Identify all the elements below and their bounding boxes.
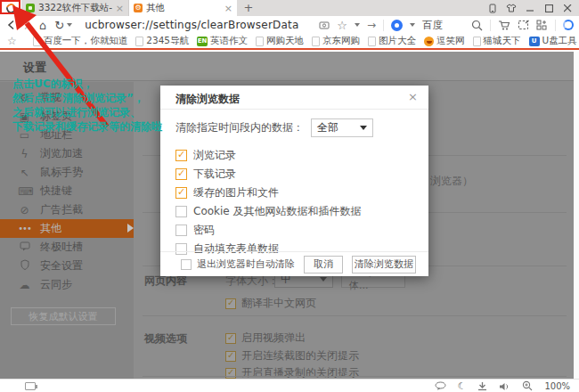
bookmark-baidu[interactable]: 百度一下，你就知道: [33, 35, 128, 47]
checkbox-checked-icon[interactable]: [225, 333, 236, 344]
favorites-star-icon[interactable]: ☆: [7, 36, 17, 46]
page-title: 设置: [23, 60, 46, 76]
page-icon: [473, 37, 481, 46]
back-button[interactable]: [7, 20, 15, 30]
sound-icon[interactable]: [499, 378, 510, 392]
close-window-button[interactable]: [562, 3, 573, 13]
uc-logo-icon: [4, 1, 17, 14]
checkbox-unchecked-icon[interactable]: [175, 225, 187, 236]
translate-checkbox-row[interactable]: 翻译非中文网页: [225, 296, 316, 311]
close-tab-icon[interactable]: ×: [224, 3, 232, 14]
apps-grid-icon[interactable]: [536, 20, 548, 30]
cancel-button[interactable]: 取消: [304, 256, 343, 274]
option-download-history[interactable]: 下载记录: [175, 165, 428, 184]
feedback-bubble-icon[interactable]: [435, 378, 446, 392]
option-cached-files[interactable]: 缓存的图片和文件: [175, 184, 428, 202]
clipped-setting-text: 浏览器）: [430, 174, 473, 189]
bookmark-usb-tool[interactable]: UU盘工具: [529, 35, 577, 47]
clear-browsing-data-dialog: 清除浏览数据 × 清除指定时间段内的数据： 全部 浏览记录 下载记录 缓存的图片…: [160, 86, 428, 276]
tab-settings-other[interactable]: ⚙ 其他 ×: [129, 0, 237, 16]
reload-dropdown-icon[interactable]: [67, 23, 72, 27]
clear-data-confirm-button[interactable]: 清除浏览数据: [352, 256, 416, 274]
checkbox-checked-icon[interactable]: [225, 298, 236, 309]
checkbox-checked-icon[interactable]: [175, 187, 187, 199]
url-field[interactable]: ucbrowser://settings/clearBrowserData: [79, 19, 298, 31]
mini-video-icon[interactable]: [25, 382, 36, 390]
star-dropdown-icon[interactable]: [355, 23, 360, 27]
tab-icon: ▣: [18, 110, 31, 123]
shopping-cart-icon[interactable]: [498, 20, 510, 31]
page-icon: [135, 37, 143, 46]
search-engine-label[interactable]: 百度: [422, 19, 443, 32]
bookmark-star-icon[interactable]: ☆: [337, 20, 347, 31]
option-cookies[interactable]: Cookie 及其他网站数据和插件数据: [175, 202, 428, 221]
tab-bar: 3322软件下载站-提供免.. × ⚙ 其他 × +: [0, 0, 579, 16]
sidebar-item-other[interactable]: •••其他: [0, 219, 134, 238]
go-arrow-icon[interactable]: →: [367, 20, 376, 30]
reload-button[interactable]: ↻: [54, 20, 72, 31]
restore-defaults-button[interactable]: 恢复成默认设置: [11, 307, 116, 325]
screenshot-page-icon[interactable]: [319, 20, 330, 29]
chevron-down-icon: [360, 126, 367, 130]
sidebar-item-shortcuts[interactable]: ⌨快捷键: [0, 182, 134, 200]
mouse-icon: ↖: [18, 167, 31, 179]
bookmark-shopping[interactable]: 网购天地: [256, 35, 304, 47]
tab-favicon-3322: [26, 4, 35, 12]
shield-icon: [18, 259, 31, 273]
baidu-logo-icon[interactable]: [391, 20, 403, 31]
tab-favicon-settings-gear-icon: ⚙: [134, 4, 143, 12]
checkbox-unchecked-icon[interactable]: [181, 259, 192, 270]
search-engine-dropdown-icon[interactable]: [410, 23, 415, 27]
zoom-level[interactable]: 100%: [544, 381, 570, 391]
checkbox-checked-icon[interactable]: [175, 168, 187, 180]
sidebar-item-general[interactable]: ⚙常规: [0, 88, 134, 107]
uc-accelerator-icon[interactable]: [563, 20, 574, 30]
checkbox-checked-icon[interactable]: [175, 150, 187, 161]
theme-skin-icon[interactable]: [506, 3, 517, 13]
maximize-button[interactable]: [543, 3, 554, 13]
more-dots-icon: •••: [18, 224, 31, 233]
screenshot-tip-checkbox-row[interactable]: 开启连续截图的关闭提示: [225, 348, 359, 363]
video-popup-checkbox-row[interactable]: 启用视频弹出: [225, 331, 306, 346]
search-icon[interactable]: [471, 20, 483, 31]
send-to-phone-icon[interactable]: [487, 3, 498, 13]
sidebar-item-tabs[interactable]: ▣标签页: [0, 107, 134, 126]
bookmark-2345[interactable]: 2345导航: [135, 35, 189, 47]
divider: [555, 20, 556, 31]
bookmark-pictures[interactable]: 图片大全: [368, 35, 416, 47]
new-tab-button[interactable]: +: [237, 0, 260, 16]
auto-clear-on-exit-row[interactable]: 退出浏览器时自动清除: [181, 257, 295, 271]
sidebar-item-cloud-sync[interactable]: ☁云同步: [0, 275, 134, 294]
forward-button[interactable]: [23, 20, 31, 30]
uc-browser-logo[interactable]: [0, 0, 21, 16]
page-icon: [33, 37, 41, 46]
bookmark-funny[interactable]: 逗笑网: [424, 35, 465, 47]
checkbox-checked-icon[interactable]: [225, 351, 236, 362]
capture-region-icon[interactable]: [518, 20, 529, 30]
time-range-select[interactable]: 全部: [311, 118, 373, 137]
bookmark-english[interactable]: EN英语作文: [197, 35, 248, 47]
sidebar-item-speed[interactable]: ϟ浏览加速: [0, 144, 134, 163]
night-mode-icon[interactable]: ☾: [458, 380, 467, 392]
tab-3322-site[interactable]: 3322软件下载站-提供免.. ×: [21, 0, 129, 16]
close-tab-icon[interactable]: ×: [116, 3, 124, 14]
download-icon[interactable]: [477, 378, 487, 392]
bookmark-jd[interactable]: 京东网购: [312, 35, 360, 47]
scrollbar[interactable]: [574, 52, 579, 379]
bookmark-maocheng[interactable]: 猫城天下: [473, 35, 521, 47]
sidebar-item-adblock[interactable]: ⊘广告拦截: [0, 200, 134, 219]
tab-title: 其他: [146, 2, 221, 14]
section-video-options: 视频选项: [144, 331, 187, 347]
sidebar-item-addressbar[interactable]: ▭地址栏: [0, 126, 134, 144]
option-passwords[interactable]: 密码: [175, 221, 428, 240]
option-browsing-history[interactable]: 浏览记录: [175, 146, 428, 165]
zoom-icon[interactable]: [522, 378, 533, 392]
sidebar-item-security[interactable]: 安全设置: [0, 257, 134, 275]
home-button[interactable]: ⌂: [39, 20, 46, 31]
sidebar-item-feedback[interactable]: 终极吐槽: [0, 238, 134, 257]
dialog-close-icon[interactable]: ×: [408, 90, 418, 103]
minimize-button[interactable]: [525, 3, 535, 13]
divider: [490, 20, 491, 31]
sidebar-item-mouse-gesture[interactable]: ↖鼠标手势: [0, 163, 134, 182]
checkbox-unchecked-icon[interactable]: [175, 206, 187, 217]
